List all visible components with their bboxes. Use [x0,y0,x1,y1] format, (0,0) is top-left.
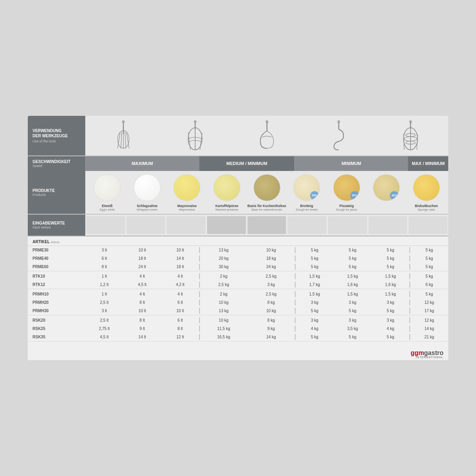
data-cell-2-2-7: 5 kg [372,308,410,314]
product-label-cell-5: BrotteigDough for bread [287,204,327,211]
col-group-1: 4,5 lt14 lt12 lt [85,334,200,340]
tools-label-cell: VERWENDUNGDER WERKZEUGE Use of the tools [28,116,85,155]
col-group-4: 5 kg [410,264,448,270]
col-group-1: 1 lt4 lt4 lt [85,291,200,297]
data-cell-3-2-0: 4,5 lt [85,334,123,340]
data-cell-3-2-4: 14 kg [248,334,295,340]
data-cell-1-0-5: 1,5 kg [296,273,334,279]
data-cell-0-1-0: 6 lt [85,255,123,261]
data-cell-2-2-6: 5 kg [334,308,372,314]
col-group-2: 13 kg10 kg [200,247,296,253]
col-group-4: 12 kg [410,317,448,323]
col-group-4: 12 kg [410,299,448,305]
data-cell-3-0-8: 12 kg [410,317,448,323]
eingabewerte-label: EINGABEWERTE [33,221,81,225]
col-group-1: 3 lt10 lt10 lt [85,308,200,314]
product-sub-8: Sponge cake [418,208,435,211]
data-cell-0-2-7: 5 kg [372,264,410,270]
eingabewerte-label-cell: EINGABEWERTE Input values [28,215,85,236]
input-cell-5 [248,216,286,234]
data-cell-2-2-1: 10 lt [123,308,161,314]
data-cell-2-0-1: 4 lt [123,291,161,297]
row-cells-3-1: 2,75 lt9 lt8 lt11,5 kg9 kg4 kg3,5 kg4 kg… [85,326,448,332]
data-cell-2-2-4: 10 kg [248,308,295,314]
data-cell-1-1-2: 4,2 lt [161,282,199,288]
product-label-cell-8: BiskuitkuchenSponge cake [407,204,447,211]
product-circle-3 [213,174,240,201]
data-cell-3-1-3: 11,5 kg [200,326,248,332]
svg-line-26 [417,134,418,150]
product-img-cell-2 [167,174,207,201]
svg-line-6 [127,132,129,148]
product-img-cell-6: 50% [326,174,367,201]
data-cell-0-2-2: 18 lt [161,264,199,270]
data-cell-3-0-5: 3 kg [296,317,334,323]
data-cell-0-1-8: 5 kg [410,255,448,261]
input-cell-2 [127,216,165,234]
product-circle-7: 40% [373,174,400,201]
eingabewerte-sublabel: Input values [33,225,81,229]
row-cells-2-0: 1 lt4 lt4 lt2 kg2,5 kg1,5 kg1,5 kg1,5 kg… [85,291,448,297]
data-cell-1-1-7: 1,6 kg [372,282,410,288]
col-group-4: 5 kg [410,291,448,297]
col-group-2: 2 kg2,5 kg [200,273,296,279]
data-cell-3-0-0: 2,5 lt [85,317,123,323]
data-cell-0-2-6: 5 kg [334,264,372,270]
data-cell-0-1-3: 20 kg [200,255,248,261]
data-cell-3-0-4: 8 kg [248,317,295,323]
data-cell-2-0-4: 2,5 kg [248,291,295,297]
product-name-4: Basis für Kuchen/Kekse [248,204,286,208]
product-name-2: Mayonnaise [177,204,197,208]
data-cell-1-0-0: 1 lt [85,273,123,279]
data-cell-0-0-2: 10 lt [161,247,199,253]
col-group-4: 5 kg [410,247,448,253]
data-cell-1-1-3: 2,5 kg [200,282,248,288]
col-group-2: 10 kg8 kg [200,317,296,323]
data-cell-0-1-6: 5 kg [334,255,372,261]
row-label-3-0: RSK20 [28,317,85,323]
col-group-1: 2,75 lt9 lt8 lt [85,326,200,332]
col-group-3: 3 kg3 kg3 kg [296,299,410,305]
product-circle-1 [134,174,161,201]
products-labels-row: EiweißEgg's whiteSchlagsahneWhipped crea… [85,203,448,214]
product-sub-2: Mayonnaise [179,208,195,211]
tool-spiral [303,120,374,152]
data-cell-0-1-2: 14 lt [161,255,199,261]
data-cell-3-1-6: 3,5 kg [334,326,372,332]
product-sub-6: Dough for pizza [336,208,357,211]
product-img-cell-5: 55% [287,174,327,201]
data-cell-2-0-2: 4 lt [161,291,199,297]
product-img-cell-0 [87,174,127,201]
col-group-4: 5 kg [410,273,448,279]
products-images: 55%50%40% EiweißEgg's whiteSchlagsahneWh… [85,171,448,214]
row-cells-0-2: 8 lt24 lt18 lt30 kg24 kg5 kg5 kg5 kg5 kg [85,264,448,270]
row-label-3-2: RSK35 [28,334,85,340]
data-cell-3-2-5: 5 kg [296,334,334,340]
data-cell-3-2-6: 5 kg [334,334,372,340]
table-row: PRMH303 lt10 lt10 lt13 kg10 kg5 kg5 kg5 … [28,307,448,315]
data-cell-0-2-8: 5 kg [410,264,448,270]
product-circle-0 [94,174,121,201]
data-cell-1-1-4: 3 kg [248,282,295,288]
data-cell-1-0-6: 1,5 kg [334,273,372,279]
data-cell-0-1-4: 18 kg [248,255,295,261]
data-cell-3-2-8: 21 kg [410,334,448,340]
table-group-2: PRMH101 lt4 lt4 lt2 kg2,5 kg1,5 kg1,5 kg… [28,290,448,315]
product-img-cell-4 [247,174,287,201]
data-cell-3-2-2: 12 lt [161,334,199,340]
data-cell-3-2-3: 16,5 kg [200,334,248,340]
data-cell-1-0-2: 4 lt [161,273,199,279]
table-row: PRME608 lt24 lt18 lt30 kg24 kg5 kg5 kg5 … [28,263,448,271]
data-cell-3-1-5: 4 kg [296,326,334,332]
data-cell-0-0-8: 5 kg [410,247,448,253]
brand-text: ggmgastro INTERNATIONAL [28,349,443,359]
col-group-3: 5 kg5 kg5 kg [296,255,410,261]
data-cell-2-0-7: 1,5 kg [372,291,410,297]
svg-rect-9 [194,121,196,123]
data-cell-2-0-0: 1 lt [85,291,123,297]
data-cell-1-0-8: 5 kg [410,273,448,279]
speed-label-cell: GESCHWINDIGKEIT Speed [28,156,85,171]
product-sub-3: Mashed potatoes [215,208,238,211]
input-row: EINGABEWERTE Input values [28,215,448,236]
col-group-1: 1 lt4 lt4 lt [85,273,200,279]
